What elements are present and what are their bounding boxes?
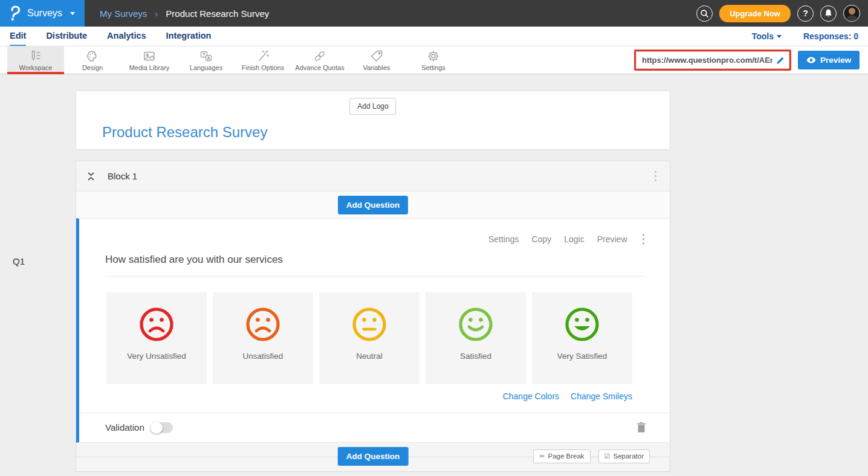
question-actions: Settings Copy Logic Preview — [79, 219, 670, 247]
toolbar-label: Variables — [363, 64, 390, 71]
tab-analytics[interactable]: Analytics — [107, 27, 146, 46]
add-question-button-bottom[interactable]: Add Question — [338, 447, 409, 466]
block-footer: Add Question ✂ Page Break ☑ Separator — [76, 443, 670, 471]
question-logic-link[interactable]: Logic — [564, 234, 584, 244]
breadcrumb-my-surveys[interactable]: My Surveys — [100, 8, 147, 19]
breadcrumb-separator: › — [155, 8, 158, 19]
block-header: Block 1 — [76, 161, 670, 191]
toolbar-item-workspace[interactable]: Workspace — [7, 47, 64, 74]
survey-url-field[interactable]: https://www.questionpro.com/t/AEmOx2 — [636, 51, 789, 69]
smiley-scale: Very Unsatisfied Unsatisfied — [106, 292, 670, 384]
pencil-icon — [776, 56, 785, 65]
toolbar-item-finish-options[interactable]: Finish Options — [235, 47, 291, 74]
tools-dropdown[interactable]: Tools — [752, 31, 782, 41]
top-bar: Surveys My Surveys › Product Research Su… — [0, 0, 868, 27]
block-menu-button[interactable] — [652, 169, 659, 184]
user-avatar[interactable] — [843, 5, 860, 22]
toolbar-label: Advance Quotas — [295, 64, 344, 71]
eye-icon — [806, 57, 816, 63]
collapse-block-button[interactable] — [87, 172, 95, 181]
smiley-option-satisfied[interactable]: Satisfied — [426, 292, 526, 384]
tab-edit[interactable]: Edit — [10, 27, 26, 46]
block-card: Block 1 Add Question Settings Copy Logic… — [76, 161, 670, 472]
smiley-option-very-satisfied[interactable]: Very Satisfied — [532, 292, 632, 384]
survey-title[interactable]: Product Research Survey — [102, 124, 267, 141]
toolbar-item-languages[interactable]: Languages — [178, 47, 235, 74]
responses-count[interactable]: Responses: 0 — [803, 31, 858, 41]
app-logo-menu[interactable]: Surveys — [0, 0, 85, 27]
toolbar-item-design[interactable]: Design — [64, 47, 121, 74]
tab-integration[interactable]: Integration — [166, 27, 212, 46]
chevron-down-icon — [70, 12, 75, 15]
toolbar-label: Workspace — [19, 64, 53, 71]
sad-face-icon — [244, 305, 282, 344]
add-logo-button[interactable]: Add Logo — [349, 98, 396, 115]
add-question-strip-top: Add Question — [76, 191, 670, 218]
page-break-label: Page Break — [548, 452, 585, 460]
workspace-icon — [29, 50, 42, 63]
search-icon — [701, 10, 708, 18]
page-break-button[interactable]: ✂ Page Break — [533, 449, 590, 463]
toolbar-label: Media Library — [129, 64, 170, 71]
product-name: Surveys — [27, 8, 62, 19]
question-card: Settings Copy Logic Preview How satisfie… — [76, 218, 670, 443]
survey-header-card: Add Logo Product Research Survey — [76, 91, 670, 150]
smiley-label: Very Unsatisfied — [127, 352, 186, 361]
bell-icon — [824, 9, 832, 18]
happy-face-icon — [563, 305, 601, 344]
validation-toggle[interactable] — [151, 422, 173, 433]
separator-label: Separator — [613, 452, 644, 460]
preview-button[interactable]: Preview — [798, 51, 860, 69]
survey-url-text[interactable]: https://www.questionpro.com/t/AEmOx2 — [642, 56, 772, 65]
question-preview-link[interactable]: Preview — [597, 234, 627, 244]
change-colors-link[interactable]: Change Colors — [503, 391, 559, 401]
image-icon — [143, 50, 156, 63]
link-chain-icon — [313, 50, 326, 63]
add-question-button-top[interactable]: Add Question — [338, 196, 409, 214]
chevron-down-icon — [777, 35, 782, 38]
smiley-label: Very Satisfied — [557, 352, 607, 361]
breadcrumb: My Surveys › Product Research Survey — [100, 0, 269, 27]
question-settings-link[interactable]: Settings — [488, 234, 519, 244]
tab-distribute[interactable]: Distribute — [46, 27, 87, 46]
smiley-option-unsatisfied[interactable]: Unsatisfied — [213, 292, 313, 384]
delete-question-button[interactable] — [637, 422, 646, 433]
nav-right-group: Tools Responses: 0 — [752, 27, 858, 46]
upgrade-now-button[interactable]: Upgrade Now — [719, 5, 791, 22]
editor-toolbar: Workspace Design Media Library — [0, 47, 868, 74]
block-title[interactable]: Block 1 — [108, 171, 137, 181]
question-menu-button[interactable] — [640, 231, 647, 247]
separator-button[interactable]: ☑ Separator — [598, 449, 650, 463]
survey-url-highlight: https://www.questionpro.com/t/AEmOx2 — [634, 50, 791, 71]
help-button[interactable]: ? — [797, 5, 814, 22]
search-button[interactable] — [696, 5, 713, 22]
question-number-label: Q1 — [13, 256, 25, 266]
collapse-icon — [87, 172, 95, 181]
magic-wand-icon — [256, 50, 270, 63]
trash-icon — [637, 422, 646, 433]
section-nav: Edit Distribute Analytics Integration To… — [0, 27, 868, 47]
footer-chips: ✂ Page Break ☑ Separator — [533, 449, 650, 463]
question-title[interactable]: How satisfied are you with our services — [105, 254, 283, 265]
toolbar-item-variables[interactable]: Variables — [348, 47, 405, 74]
toolbar-item-advance-quotas[interactable]: Advance Quotas — [291, 47, 348, 74]
questionpro-logo-icon — [9, 5, 21, 21]
toolbar-item-settings[interactable]: Settings — [405, 47, 462, 74]
smiley-option-neutral[interactable]: Neutral — [319, 292, 419, 384]
edit-url-button[interactable] — [776, 56, 785, 65]
smiley-label: Neutral — [356, 352, 383, 361]
change-smileys-link[interactable]: Change Smileys — [571, 391, 632, 401]
toolbar-item-media-library[interactable]: Media Library — [121, 47, 178, 74]
toggle-knob — [151, 422, 163, 434]
toolbar-label: Design — [82, 64, 103, 71]
palette-icon — [86, 50, 99, 63]
question-copy-link[interactable]: Copy — [532, 234, 552, 244]
sad-face-icon — [137, 305, 176, 344]
smiley-label: Unsatisfied — [243, 352, 283, 361]
smiley-label: Satisfied — [460, 352, 491, 361]
tag-icon — [370, 50, 383, 63]
scissors-icon: ✂ — [539, 452, 545, 460]
notifications-button[interactable] — [820, 5, 837, 22]
smiley-option-very-unsatisfied[interactable]: Very Unsatisfied — [106, 292, 207, 384]
neutral-face-icon — [350, 305, 389, 344]
